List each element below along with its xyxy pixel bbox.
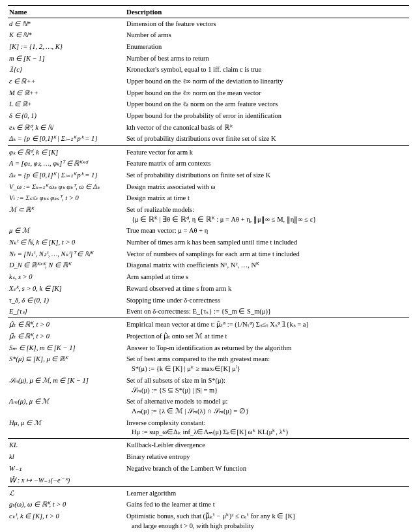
row-name: φₖ ∈ ℝᵈ, k ∈ [K] [8,145,125,158]
table-row: V_ω := Σₖ₌₁ᴷ ωₖ φₖ φₖᵀ, ω ∈ ΔₖDesign mat… [8,181,409,193]
row-name: 𝒮ₘ(μ), μ ∈ ℳ, m ∈ [K − 1] [8,375,125,396]
row-name: Vₜ := Σₛ≤ₜ φₖₛ φₖₛᵀ, t > 0 [8,193,125,205]
row-name: [K] := {1, 2, …, K} [8,41,125,53]
table-row: W₋₁Negative branch of the Lambert W func… [8,463,409,475]
table-row: μ ∈ ℳTrue mean vector: μ = Aθ + η [8,226,409,237]
table-row: Vₜ := Σₛ≤ₜ φₖₛ φₖₛᵀ, t > 0Design matrix … [8,193,409,205]
table-row: 𝒮ₘ(μ), μ ∈ ℳ, m ∈ [K − 1]Set of all subs… [8,375,409,396]
table-row: cₖᵗ, k ∈ [K], t > 0Optimistic bonus, suc… [8,511,409,532]
table-row: K ∈ ℕ*Number of arms [8,30,409,42]
table-row: τ_δ, δ ∈ (0, 1)Stopping time under δ-cor… [8,295,409,306]
row-name: Sₘ ∈ [K], m ∈ [K − 1] [8,342,125,354]
row-desc: Upper bound for the probability of error… [125,111,409,123]
row-name: μ ∈ ℳ [8,226,125,237]
row-name: gₜ(ω), ω ∈ ℝᴷ, t > 0 [8,499,125,511]
row-desc [125,475,409,486]
row-name: Hμ, μ ∈ ℳ [8,417,125,439]
table-row: D_N ∈ ℝᴷˣᴷ, N ∈ ℝᴷDiagonal matrix with c… [8,260,409,272]
row-name: L ∈ ℝ+ [8,99,125,111]
table-row: δ ∈ (0, 1)Upper bound for the probabilit… [8,111,409,123]
row-desc: Set of probability distributions over fi… [125,134,409,145]
row-desc: Number of times arm k has been sampled u… [125,237,409,249]
row-desc: Kronecker's symbol, equal to 1 iff. clai… [125,65,409,76]
row-desc: Projection of μ̂ₜ onto set ℳ at time t [125,331,409,343]
row-desc: Upper bound on the ℓ₂ norm on the arm fe… [125,99,409,111]
row-desc: Set of realizable models:{μ ∈ ℝᴷ | ∃θ ∈ … [125,205,409,226]
table-row: kₛ, s > 0Arm sampled at time s [8,272,409,284]
row-name: Λₘ(μ), μ ∈ ℳ [8,396,125,417]
row-desc: Upper bound on the ℓ∞ norm of the deviat… [125,76,409,87]
row-name: kₛ, s > 0 [8,272,125,284]
row-name: V_ω := Σₖ₌₁ᴷ ωₖ φₖ φₖᵀ, ω ∈ Δₖ [8,181,125,193]
table-row: W̄ : x ↦ −W₋₁(−e⁻ˣ) [8,475,409,486]
row-name: μ̂ₜ ∈ ℝᴷ, t > 0 [8,318,125,331]
row-desc: Learner algorithm [125,486,409,499]
row-name: Xₛᵏ, s > 0, k ∈ [K] [8,283,125,295]
table-row: [K] := {1, 2, …, K}Enumeration [8,41,409,53]
table-row: M ∈ ℝ++Upper bound on the ℓ∞ norm on the… [8,87,409,99]
row-name: K ∈ ℕ* [8,30,125,42]
row-name: Δₖ = {p ∈ [0,1]ᴷ | Σᵢ₌₁ᴷ pᵏ = 1} [8,134,125,145]
table-row: L ∈ ℝ+Upper bound on the ℓ₂ norm on the … [8,99,409,111]
table-row: ℒLearner algorithm [8,486,409,499]
row-desc: Optimistic bonus, such that (μ̃ₖᵗ − μᵏ)²… [125,511,409,532]
table-row: Sₘ ∈ [K], m ∈ [K − 1]Answer to Top-m ide… [8,342,409,354]
row-desc: Dimension of the feature vectors [125,18,409,30]
table-row: eₖ ∈ ℝᵈ, k ∈ ℕkth vector of the canonica… [8,122,409,134]
row-desc: Diagonal matrix with coefficients N¹, N²… [125,260,409,272]
table-row: ε ∈ ℝ++Upper bound on the ℓ∞ norm of the… [8,76,409,87]
row-desc: Number of best arms to return [125,53,409,65]
table-row: Hμ, μ ∈ ℳInverse complexity constant:Hμ … [8,417,409,439]
row-desc: Feature matrix of arm contexts [125,158,409,170]
row-name: Nₖᵗ ∈ ℕ, k ∈ [K], t > 0 [8,237,125,249]
row-desc: Set of best arms compared to the mth gre… [125,354,409,375]
row-name: W̄ : x ↦ −W₋₁(−e⁻ˣ) [8,475,125,486]
table-row: ℳ ⊂ ℝᴷSet of realizable models:{μ ∈ ℝᴷ |… [8,205,409,226]
table-row: μ̃ₜ ∈ ℝᴷ, t > 0Projection of μ̂ₜ onto se… [8,331,409,343]
table-row: Δₖ = {p ∈ [0,1]ᴷ | Σᵢ₌₁ᴷ pᵏ = 1}Set of p… [8,170,409,181]
row-name: A = [φ₁, φ₂, …, φₖ]ᵀ ∈ ℝᴷˣᵈ [8,158,125,170]
table-row: klBinary relative entropy [8,452,409,464]
table-row: A = [φ₁, φ₂, …, φₖ]ᵀ ∈ ℝᴷˣᵈFeature matri… [8,158,409,170]
row-name: m ∈ [K − 1] [8,53,125,65]
row-desc: Set of alternative models to model μ:Λₘ(… [125,396,409,417]
row-desc: True mean vector: μ = Aθ + η [125,226,409,237]
table-row: Λₘ(μ), μ ∈ ℳSet of alternative models to… [8,396,409,417]
row-name: ℒ [8,486,125,499]
table-header-row: Name Description [8,6,409,18]
table-row: d ∈ ℕ*Dimension of the feature vectors [8,18,409,30]
row-name: τ_δ, δ ∈ (0, 1) [8,295,125,306]
table-row: 𝟙{c}Kronecker's symbol, equal to 1 iff. … [8,65,409,76]
row-desc: Stopping time under δ-correctness [125,295,409,306]
row-name: cₖᵗ, k ∈ [K], t > 0 [8,511,125,532]
table-row: Xₛᵏ, s > 0, k ∈ [K]Reward observed at ti… [8,283,409,295]
row-name: δ ∈ (0, 1) [8,111,125,123]
row-desc: Gains fed to the learner at time t [125,499,409,511]
row-desc: Upper bound on the ℓ∞ norm on the mean v… [125,87,409,99]
table-row: KLKullback-Leibler divergence [8,439,409,452]
row-name: 𝟙{c} [8,65,125,76]
table-row: E_{τₛ}Event on δ-correctness: E_{τₛ} := … [8,306,409,318]
row-desc: Arm sampled at time s [125,272,409,284]
row-name: M ∈ ℝ++ [8,87,125,99]
row-name: d ∈ ℕ* [8,18,125,30]
row-desc: Set of probability distributions on fini… [125,170,409,181]
row-desc: Reward observed at time s from arm k [125,283,409,295]
row-desc: Event on δ-correctness: E_{τₛ} := {S_m ∈… [125,306,409,318]
row-name: E_{τₛ} [8,306,125,318]
row-desc: Vector of numbers of samplings for each … [125,248,409,260]
row-name: ℳ ⊂ ℝᴷ [8,205,125,226]
row-desc: Empirical mean vector at time t: μ̂ₜᵃ :=… [125,318,409,331]
row-name: eₖ ∈ ℝᵈ, k ∈ ℕ [8,122,125,134]
row-name: μ̃ₜ ∈ ℝᴷ, t > 0 [8,331,125,343]
row-desc: Number of arms [125,30,409,42]
row-name: S*(μ) ⊆ [K], μ ∈ ℝᴷ [8,354,125,375]
col-desc-header: Description [125,6,409,18]
row-name: ε ∈ ℝ++ [8,76,125,87]
table-row: Nₖᵗ ∈ ℕ, k ∈ [K], t > 0Number of times a… [8,237,409,249]
row-desc: Set of all subsets of size m in S*(μ):𝒮ₘ… [125,375,409,396]
row-desc: kth vector of the canonical basis of ℝᵏ [125,122,409,134]
row-name: Nₜ = [N₁ᵗ, N₂ᵗ, …, Nₖᵗ]ᵀ ∈ ℕᴷ [8,248,125,260]
row-desc: Feature vector for arm k [125,145,409,158]
row-desc: Binary relative entropy [125,452,409,464]
